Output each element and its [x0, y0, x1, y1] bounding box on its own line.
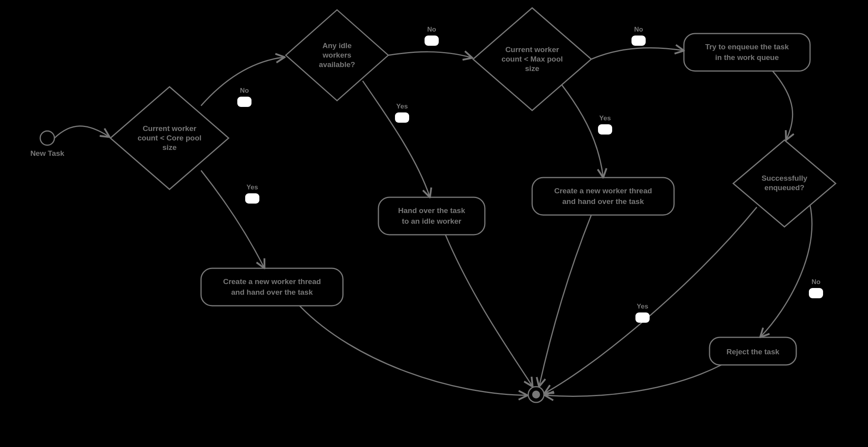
svg-text:count < Core pool: count < Core pool	[138, 134, 201, 142]
svg-text:count < Max pool: count < Max pool	[501, 55, 563, 63]
svg-rect-39	[598, 124, 612, 135]
edge-start-d1	[54, 126, 109, 138]
svg-text:Yes: Yes	[637, 303, 648, 310]
action-idle-worker: Hand over the task to an idle worker	[378, 197, 485, 235]
svg-text:Create a new worker thread: Create a new worker thread	[223, 277, 321, 286]
label-d3-yes: Yes	[598, 114, 612, 135]
label-d4-yes: Yes	[635, 303, 650, 323]
start-label: New Task	[30, 149, 65, 157]
action-enqueue: Try to enqueue the task in the work queu…	[684, 34, 810, 71]
svg-text:Try to enqueue the task: Try to enqueue the task	[705, 43, 789, 51]
svg-rect-18	[378, 197, 485, 235]
svg-rect-33	[425, 36, 439, 46]
label-d2-no: No	[425, 26, 439, 46]
svg-point-0	[40, 131, 54, 145]
label-d1-no: No	[237, 87, 251, 107]
svg-text:and hand over the task: and hand over the task	[231, 288, 313, 296]
svg-text:Yes: Yes	[246, 183, 258, 191]
svg-text:available?: available?	[319, 60, 355, 69]
svg-rect-31	[245, 193, 259, 204]
svg-point-27	[532, 391, 540, 398]
edge-a5-end	[546, 365, 721, 396]
svg-text:No: No	[812, 278, 821, 286]
start-node: New Task	[30, 131, 65, 157]
svg-text:Yes: Yes	[396, 103, 408, 110]
edge-a3-end	[539, 215, 591, 386]
svg-rect-43	[635, 312, 650, 323]
svg-text:Current worker: Current worker	[505, 45, 559, 54]
svg-text:size: size	[525, 64, 539, 73]
svg-text:No: No	[427, 26, 436, 33]
label-d4-no: No	[809, 278, 823, 298]
svg-text:Successfully: Successfully	[762, 174, 808, 182]
svg-text:in the work queue: in the work queue	[715, 53, 779, 62]
decision-core-pool: Current worker count < Core pool size	[110, 87, 229, 189]
action-create-max-worker: Create a new worker thread and hand over…	[532, 178, 674, 215]
svg-rect-37	[631, 36, 646, 46]
svg-rect-41	[809, 288, 823, 298]
svg-rect-21	[532, 178, 674, 215]
svg-text:enqueued?: enqueued?	[764, 183, 804, 192]
svg-rect-15	[201, 268, 343, 306]
svg-text:to an idle worker: to an idle worker	[402, 217, 462, 225]
svg-text:Hand over the task: Hand over the task	[398, 206, 465, 215]
decision-enqueued: Successfully enqueued?	[733, 140, 836, 227]
label-d3-no: No	[631, 26, 646, 46]
svg-rect-35	[395, 112, 409, 123]
edge-a2-end	[445, 235, 532, 386]
label-d1-yes: Yes	[245, 183, 259, 204]
flow-diagram: New Task Current worker count < Core poo…	[0, 0, 868, 447]
svg-text:size: size	[162, 143, 177, 151]
decision-idle-workers: Any idle workers available?	[286, 10, 388, 101]
edge-d2-yes	[363, 81, 430, 196]
action-reject: Reject the task	[710, 337, 796, 365]
svg-text:No: No	[634, 26, 643, 33]
svg-text:Create a new worker thread: Create a new worker thread	[554, 187, 652, 195]
edge-d3-yes	[562, 85, 603, 177]
edge-d2-no	[388, 52, 471, 58]
svg-text:Yes: Yes	[599, 114, 611, 122]
action-create-core-worker: Create a new worker thread and hand over…	[201, 268, 343, 306]
svg-text:Current worker: Current worker	[143, 124, 197, 133]
svg-rect-10	[684, 34, 810, 71]
svg-text:Reject the task: Reject the task	[726, 348, 780, 356]
svg-text:Any idle: Any idle	[322, 41, 352, 50]
edge-d3-no	[591, 48, 683, 59]
svg-text:and hand over the task: and hand over the task	[563, 197, 644, 206]
decision-max-pool: Current worker count < Max pool size	[473, 8, 591, 110]
svg-text:workers: workers	[322, 51, 352, 59]
label-d2-yes: Yes	[395, 103, 409, 123]
end-node	[528, 387, 544, 402]
edge-a4-d4	[773, 71, 793, 139]
svg-rect-29	[237, 97, 251, 107]
edge-a1-end	[300, 306, 527, 395]
svg-text:No: No	[240, 87, 249, 94]
